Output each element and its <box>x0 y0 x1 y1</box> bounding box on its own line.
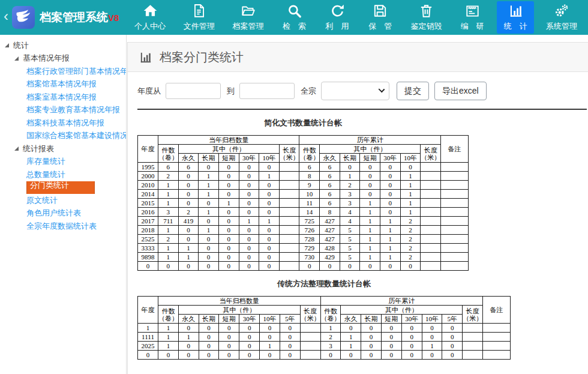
table-cell: 1 <box>360 199 380 208</box>
tree-item-link[interactable]: 档案科技基本情况年报 <box>26 118 104 128</box>
table-cell: 0 <box>239 351 260 360</box>
tree-item-link[interactable]: 原文统计 <box>26 195 58 206</box>
table-cell: 1 <box>178 333 199 342</box>
table-cell <box>463 342 483 351</box>
table-cell: 0 <box>239 253 259 262</box>
table-cell: 0 <box>239 324 260 333</box>
table-cell: 0 <box>178 172 199 181</box>
table-cell <box>463 324 483 333</box>
table-cell <box>463 351 483 360</box>
table-cell: 0 <box>380 190 401 199</box>
table-header-cell: 年度 <box>138 297 158 324</box>
nav-item[interactable]: 档案管理 <box>227 1 270 34</box>
tree-item: 档案馆基本情况年报 <box>0 78 126 91</box>
nav-item[interactable]: 检 索 <box>275 1 313 34</box>
nav-item[interactable]: 鉴定销毁 <box>405 1 448 34</box>
tree-expander-icon[interactable] <box>5 43 9 47</box>
nav-item[interactable]: 文件管理 <box>178 1 221 34</box>
tree-item-link[interactable]: 国家综合档案馆基本建设情况 <box>26 130 126 141</box>
table-cell: 0 <box>199 333 219 342</box>
table-row: 0000000000000 <box>138 262 469 271</box>
table-cell: 0 <box>442 324 463 333</box>
table-title: 简化文书数量统计台帐 <box>137 118 469 128</box>
nav-item[interactable]: 个人中心 <box>128 1 172 34</box>
nav-item[interactable]: 系统管理 <box>540 1 583 34</box>
table-cell: 0 <box>380 181 401 190</box>
tree-branch[interactable]: 统计报表 <box>0 142 126 155</box>
year-from-input[interactable] <box>166 83 221 99</box>
tree-item-link[interactable]: 档案专业教育基本情况年报 <box>26 104 120 115</box>
table-cell <box>279 235 299 244</box>
tree-item-link[interactable]: 总数量统计 <box>26 169 65 180</box>
table-header-cell: 短期 <box>360 154 380 163</box>
submit-button[interactable]: 提交 <box>397 82 429 100</box>
nav-item[interactable]: 编 研 <box>454 1 491 34</box>
table-cell: 6 <box>299 163 320 172</box>
table-cell <box>441 217 469 226</box>
table-row: 2000201001861001 <box>138 172 469 181</box>
tree-item-link[interactable]: 全宗年度数据统计表 <box>26 221 97 232</box>
collapse-back-icon[interactable]: ‹ <box>0 9 11 26</box>
table-cell: 2025 <box>138 342 158 351</box>
table-cell: 0 <box>199 235 219 244</box>
table-cell: 419 <box>178 217 199 226</box>
tree-item-link[interactable]: 角色用户统计表 <box>26 208 81 219</box>
tree-branch[interactable]: 统计 <box>0 39 126 52</box>
table-cell <box>279 262 299 271</box>
table-cell: 0 <box>360 163 380 172</box>
table-cell: 10 <box>299 190 320 199</box>
table-cell: 0 <box>178 226 199 235</box>
tree-item-link[interactable]: 库存量统计 <box>26 156 65 167</box>
table-cell: 1 <box>400 181 421 190</box>
table-cell: 1 <box>360 235 380 244</box>
bar-chart-icon <box>139 50 152 64</box>
table-cell: 0 <box>219 333 239 342</box>
table-cell: 2010 <box>138 181 158 190</box>
table-header-cell: 长度 （米） <box>421 145 441 163</box>
table-cell: 0 <box>239 342 260 351</box>
tree-expander-icon[interactable] <box>14 146 19 151</box>
tree-item-link[interactable]: 档案馆基本情况年报 <box>26 79 97 89</box>
nav-item[interactable]: 统 计 <box>497 1 534 34</box>
nav-item[interactable]: 保 管 <box>362 1 399 34</box>
export-excel-button[interactable]: 导出excel <box>434 82 487 100</box>
tree-item-link[interactable]: 档案行政管理部门基本情况年报 <box>26 66 126 77</box>
table-cell <box>279 253 299 262</box>
table-cell: 0 <box>320 262 340 271</box>
table-header-cell: 长度 （米） <box>279 145 299 163</box>
table-header-cell: 备注 <box>483 297 511 324</box>
table-cell: 5 <box>340 244 360 253</box>
app-version: V8 <box>108 13 119 23</box>
year-to-input[interactable] <box>239 83 295 99</box>
table-row: 1995660000660000 <box>138 163 469 172</box>
table-cell <box>421 226 441 235</box>
table-cell: 0 <box>178 235 199 244</box>
tree-item: 国家综合档案馆基本建设情况 <box>0 130 126 143</box>
tree-item-link-selected[interactable]: 分门类统计 <box>26 181 95 195</box>
table-cell: 2 <box>158 172 179 181</box>
table-cell: 0 <box>381 342 401 351</box>
table-cell: 1 <box>320 324 341 333</box>
table-cell: 0 <box>380 199 401 208</box>
table-cell: 0 <box>400 163 421 172</box>
fonds-select[interactable] <box>321 82 389 100</box>
table-cell: 2014 <box>138 190 158 199</box>
tree-branch[interactable]: 基本情况年报 <box>0 52 126 65</box>
table-cell: 1 <box>199 208 219 217</box>
table-cell: 0 <box>381 351 401 360</box>
table-cell: 0 <box>259 262 280 271</box>
table-cell: 6 <box>320 172 340 181</box>
tree-expander-icon[interactable] <box>14 56 19 61</box>
table-cell <box>441 199 469 208</box>
table-header-cell: 备注 <box>441 136 469 163</box>
table-cell <box>421 163 441 172</box>
table-cell: 0 <box>218 190 239 199</box>
nav-item[interactable]: 利 用 <box>319 1 356 34</box>
tree-item: 角色用户统计表 <box>0 207 126 220</box>
tree-item-link[interactable]: 档案室基本情况年报 <box>26 92 97 103</box>
table-cell: 0 <box>260 333 280 342</box>
table-cell: 0 <box>340 163 360 172</box>
tree-item: 原文统计 <box>0 194 126 207</box>
table-header-cell: 长期 <box>340 154 360 163</box>
table-cell: 0 <box>178 181 199 190</box>
